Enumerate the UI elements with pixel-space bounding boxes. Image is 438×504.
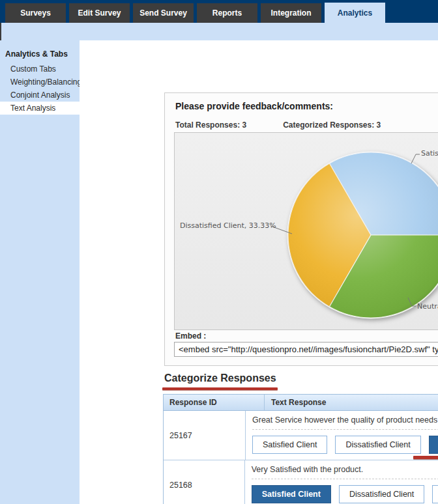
- leader-line-satisfied: [411, 154, 420, 163]
- tab-analytics[interactable]: Analytics: [325, 3, 385, 23]
- feedback-panel: Please provide feedback/comments: Total …: [164, 92, 438, 366]
- satisfied-client-button[interactable]: Satisfied Client: [252, 436, 327, 454]
- column-header-text-response: Text Response: [265, 395, 438, 410]
- categorized-responses: Categorized Responses: 3: [283, 120, 381, 130]
- sidebar-item-custom-tabs[interactable]: Custom Tabs: [0, 63, 80, 76]
- response-counts: Total Responses: 3 Categorized Responses…: [175, 120, 381, 130]
- satisfied-client-button[interactable]: Satisfied Client: [252, 485, 331, 503]
- sub-header-band: [0, 23, 438, 40]
- neutral-client-button[interactable]: Neutral Client: [429, 436, 438, 454]
- table-row: 25167 Great Service however the quality …: [164, 411, 438, 460]
- category-buttons: Satisfied Client Dissatisfied Client Neu…: [252, 436, 438, 454]
- annotation-underline: [413, 456, 438, 459]
- analytics-sidebar: Analytics & Tabs Custom Tabs Weighting/B…: [0, 40, 80, 504]
- dissatisfied-client-button[interactable]: Dissatisfied Client: [335, 436, 420, 454]
- responses-table: Response ID Text Response 25167 Great Se…: [163, 394, 438, 504]
- column-header-response-id: Response ID: [164, 395, 265, 410]
- neutral-client-button[interactable]: Neutral Client: [432, 485, 438, 503]
- total-responses: Total Responses: 3: [175, 120, 246, 130]
- chart-label-satisfied: Satisfied Client, 33.33%: [421, 149, 438, 158]
- sidebar-item-text-analysis[interactable]: Text Analysis: [0, 102, 80, 115]
- response-cell: Great Service however the quality of pro…: [246, 411, 438, 460]
- response-id: 25168: [164, 460, 245, 504]
- tab-surveys[interactable]: Surveys: [5, 3, 66, 23]
- question-title: Please provide feedback/comments:: [175, 101, 333, 111]
- response-text: Very Satisfied with the product.: [252, 465, 438, 479]
- annotation-underline-heading: [162, 387, 278, 390]
- sidebar-item-conjoint-analysis[interactable]: Conjoint Analysis: [0, 89, 80, 102]
- tab-edit-survey[interactable]: Edit Survey: [69, 3, 130, 23]
- tab-send-survey[interactable]: Send Survey: [133, 3, 194, 23]
- chart-label-dissatisfied: Dissatisfied Client, 33.33%: [180, 221, 276, 230]
- embed-code-input[interactable]: [174, 342, 438, 357]
- top-tab-bar: Surveys Edit Survey Send Survey Reports …: [0, 0, 438, 23]
- tab-integration[interactable]: Integration: [261, 3, 321, 23]
- response-id: 25167: [164, 411, 246, 460]
- pie-chart-svg: [175, 133, 438, 331]
- pie-chart: Satisfied Client, 33.33% Dissatisfied Cl…: [174, 132, 438, 330]
- sidebar-item-weighting-balancing[interactable]: Weighting/Balancing: [0, 76, 80, 89]
- table-header-row: Response ID Text Response: [164, 395, 438, 411]
- table-row: 25168 Very Satisfied with the product. S…: [164, 460, 438, 504]
- categorize-responses-title: Categorize Responses: [164, 372, 276, 384]
- sidebar-title: Analytics & Tabs: [0, 48, 80, 63]
- dissatisfied-client-button[interactable]: Dissatisfied Client: [339, 485, 424, 503]
- category-buttons: Satisfied Client Dissatisfied Client Neu…: [252, 485, 438, 503]
- chart-label-neutral: Neutral Client, 33.33%: [417, 302, 438, 311]
- response-text: Great Service however the quality of pro…: [252, 415, 438, 430]
- tab-reports[interactable]: Reports: [197, 3, 257, 23]
- analytics-page: Surveys Edit Survey Send Survey Reports …: [0, 0, 438, 504]
- response-cell: Very Satisfied with the product. Satisfi…: [245, 460, 438, 504]
- main-content: Please provide feedback/comments: Total …: [80, 40, 438, 504]
- embed-label: Embed :: [175, 331, 206, 341]
